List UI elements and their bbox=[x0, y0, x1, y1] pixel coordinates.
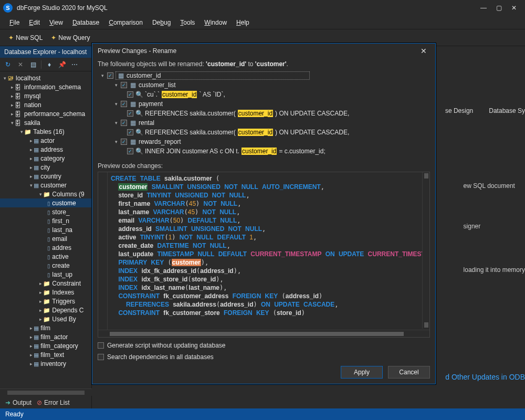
code-editor[interactable]: CREATE TABLE sakila.customer ( customer … bbox=[108, 172, 429, 337]
column-node[interactable]: active bbox=[52, 253, 68, 260]
output-tab[interactable]: ➜Output bbox=[5, 399, 32, 406]
column-node[interactable]: last_na bbox=[52, 226, 72, 234]
affected-objects-tree[interactable]: ▾ ✓ ▦customer_id ▾✓▦customer_list ✓🔍`cu`… bbox=[98, 70, 430, 157]
table-node[interactable]: film_text bbox=[40, 351, 64, 359]
explorer-horizontal-scrollbar[interactable] bbox=[0, 388, 92, 396]
collapse-icon[interactable]: ▾ bbox=[113, 139, 119, 144]
table-node[interactable]: film bbox=[40, 324, 50, 332]
new-sql-button[interactable]: ✦ New SQL bbox=[5, 33, 46, 43]
checkbox-icon[interactable]: ✓ bbox=[121, 101, 127, 107]
table-node[interactable]: city bbox=[40, 164, 50, 171]
apply-button[interactable]: Apply bbox=[341, 366, 383, 379]
filter-icon[interactable]: ♦ bbox=[45, 60, 54, 69]
cancel-button[interactable]: Cancel bbox=[388, 366, 430, 379]
checkbox-icon[interactable]: ✓ bbox=[127, 148, 133, 154]
news-link[interactable]: d Other Updates in ODB bbox=[445, 373, 525, 381]
db-node[interactable]: performance_schema bbox=[24, 110, 85, 118]
properties-icon[interactable]: ▤ bbox=[28, 60, 38, 69]
scrollbar-thumb[interactable] bbox=[110, 332, 404, 336]
column-icon bbox=[47, 244, 50, 251]
table-node[interactable]: inventory bbox=[40, 360, 66, 368]
db-node[interactable]: nation bbox=[24, 101, 41, 109]
checkbox-icon[interactable]: ✓ bbox=[127, 129, 133, 135]
maximize-button[interactable]: ▢ bbox=[496, 4, 502, 12]
dialog-close-button[interactable]: ✕ bbox=[417, 46, 430, 56]
checkbox-icon[interactable]: ✓ bbox=[121, 82, 127, 88]
bg-tab[interactable]: se Design bbox=[445, 107, 473, 114]
new-sql-label: New SQL bbox=[16, 34, 43, 41]
new-query-button[interactable]: ✦ New Query bbox=[48, 33, 93, 43]
collapse-icon[interactable]: ▾ bbox=[100, 73, 105, 78]
object-node[interactable]: rewards_report bbox=[139, 138, 181, 145]
menu-debug[interactable]: Debug bbox=[148, 17, 175, 28]
db-node[interactable]: information_schema bbox=[24, 83, 81, 91]
db-node[interactable]: mysql bbox=[24, 92, 40, 100]
root-object[interactable]: customer_id bbox=[127, 72, 161, 79]
bg-tab[interactable]: Database Sy bbox=[489, 107, 525, 114]
checkbox-icon[interactable] bbox=[98, 342, 104, 349]
checkbox-icon[interactable] bbox=[98, 354, 104, 360]
close-window-button[interactable]: ✕ bbox=[511, 4, 517, 12]
checkbox-icon[interactable]: ✓ bbox=[107, 72, 113, 79]
depends-folder[interactable]: Depends C bbox=[52, 307, 83, 314]
table-node[interactable]: film_category bbox=[40, 342, 78, 350]
usedby-folder[interactable]: Used By bbox=[52, 316, 76, 323]
table-node[interactable]: country bbox=[40, 173, 61, 180]
explorer-tab[interactable]: Database Explorer - localhost bbox=[0, 46, 92, 58]
collapse-icon[interactable]: ▾ bbox=[113, 101, 119, 107]
menu-tools[interactable]: Tools bbox=[176, 17, 199, 28]
horizontal-scrollbar[interactable] bbox=[98, 330, 429, 337]
table-node[interactable]: film_actor bbox=[40, 333, 68, 341]
vertical-scrollbar[interactable] bbox=[422, 172, 429, 329]
menu-file[interactable]: File bbox=[5, 17, 24, 28]
menu-database[interactable]: Database bbox=[68, 17, 103, 28]
tables-folder[interactable]: Tables (16) bbox=[33, 128, 64, 135]
search-dependencies-checkbox[interactable]: Search dependencies in all databases bbox=[98, 353, 430, 361]
more-icon[interactable]: ⋯ bbox=[70, 60, 79, 69]
indexes-folder[interactable]: Indexes bbox=[52, 289, 74, 296]
object-node[interactable]: rental bbox=[139, 119, 154, 127]
column-node[interactable]: addres bbox=[52, 244, 71, 251]
table-node[interactable]: address bbox=[40, 146, 63, 153]
column-node[interactable]: email bbox=[52, 235, 67, 243]
table-icon bbox=[34, 360, 39, 368]
pin-icon[interactable]: 📌 bbox=[57, 60, 67, 69]
object-node[interactable]: customer_list bbox=[139, 81, 176, 89]
error-list-tab[interactable]: ⊘Error List bbox=[37, 399, 70, 406]
object-node[interactable]: payment bbox=[139, 100, 163, 108]
collapse-icon[interactable]: ▾ bbox=[113, 120, 119, 125]
generate-script-checkbox[interactable]: Generate script without updating databas… bbox=[98, 342, 430, 349]
menu-help[interactable]: Help bbox=[232, 17, 254, 28]
table-node[interactable]: category bbox=[40, 155, 65, 162]
column-node[interactable]: first_n bbox=[52, 217, 69, 225]
db-sakila-node[interactable]: sakila bbox=[24, 119, 40, 127]
triggers-folder[interactable]: Triggers bbox=[52, 298, 75, 305]
column-node[interactable]: create bbox=[52, 262, 69, 269]
collapse-icon[interactable]: ▾ bbox=[113, 82, 119, 88]
code-preview[interactable]: CREATE TABLE sakila.customer ( customer … bbox=[98, 172, 430, 338]
menu-comparison[interactable]: Comparison bbox=[104, 17, 147, 28]
checkbox-icon[interactable]: ✓ bbox=[127, 91, 133, 98]
table-customer-node[interactable]: customer bbox=[40, 182, 66, 189]
delete-icon[interactable]: ✕ bbox=[16, 60, 25, 69]
menu-view[interactable]: View bbox=[45, 17, 67, 28]
column-node[interactable]: store_ bbox=[52, 208, 69, 216]
checkbox-icon[interactable]: ✓ bbox=[121, 120, 127, 126]
database-tree[interactable]: ▾🖳localhost ▸🗄information_schema ▸🗄mysql… bbox=[0, 71, 91, 420]
new-identifier: customer bbox=[118, 183, 148, 191]
table-icon: ▦ bbox=[129, 119, 136, 127]
menu-edit[interactable]: Edit bbox=[25, 17, 44, 28]
columns-folder[interactable]: Columns (9 bbox=[52, 191, 84, 198]
refresh-icon[interactable]: ↻ bbox=[3, 60, 13, 69]
bottom-tool-tabs: ➜Output ⊘Error List bbox=[5, 399, 70, 406]
column-node-selected[interactable]: custome bbox=[52, 200, 76, 207]
minimize-button[interactable]: — bbox=[480, 4, 487, 12]
checkbox-icon[interactable]: ✓ bbox=[127, 110, 133, 117]
constraints-folder[interactable]: Constraint bbox=[52, 280, 81, 287]
table-node[interactable]: actor bbox=[40, 137, 55, 144]
host-node[interactable]: localhost bbox=[16, 75, 40, 82]
menu-window[interactable]: Window bbox=[200, 17, 231, 28]
column-node[interactable]: last_up bbox=[52, 271, 72, 278]
checkbox-icon[interactable]: ✓ bbox=[121, 139, 127, 145]
hint-text: ew SQL document bbox=[464, 182, 525, 191]
